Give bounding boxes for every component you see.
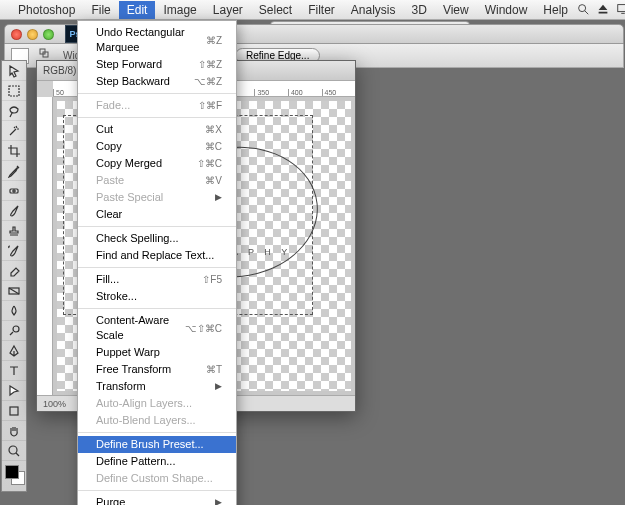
eject-icon[interactable] bbox=[596, 2, 610, 18]
tool-wand[interactable] bbox=[2, 121, 26, 141]
svg-rect-14 bbox=[10, 407, 18, 415]
menu-3d[interactable]: 3D bbox=[404, 1, 435, 19]
menu-item-transform[interactable]: Transform▶ bbox=[78, 378, 236, 395]
menu-filter[interactable]: Filter bbox=[300, 1, 343, 19]
menu-item-fill[interactable]: Fill...⇧F5 bbox=[78, 271, 236, 288]
mac-menubar: Photoshop File Edit Image Layer Select F… bbox=[0, 0, 625, 20]
menu-item-purge[interactable]: Purge▶ bbox=[78, 494, 236, 505]
menu-item-define-brush-preset[interactable]: Define Brush Preset... bbox=[78, 436, 236, 453]
menu-item-step-backward[interactable]: Step Backward⌥⌘Z bbox=[78, 73, 236, 90]
svg-point-15 bbox=[9, 446, 17, 454]
menu-photoshop[interactable]: Photoshop bbox=[10, 1, 83, 19]
menu-item-cut[interactable]: Cut⌘X bbox=[78, 121, 236, 138]
menu-item-copy[interactable]: Copy⌘C bbox=[78, 138, 236, 155]
menu-item-free-transform[interactable]: Free Transform⌘T bbox=[78, 361, 236, 378]
tool-crop[interactable] bbox=[2, 141, 26, 161]
menu-item-define-pattern[interactable]: Define Pattern... bbox=[78, 453, 236, 470]
tool-dodge[interactable] bbox=[2, 321, 26, 341]
tool-history-brush[interactable] bbox=[2, 241, 26, 261]
tool-move[interactable] bbox=[2, 61, 26, 81]
menu-image[interactable]: Image bbox=[155, 1, 204, 19]
menu-edit[interactable]: Edit bbox=[119, 1, 156, 19]
window-zoom-button[interactable] bbox=[43, 29, 54, 40]
window-close-button[interactable] bbox=[11, 29, 22, 40]
tool-hand[interactable] bbox=[2, 421, 26, 441]
svg-line-16 bbox=[16, 453, 19, 456]
svg-line-1 bbox=[585, 10, 589, 14]
tool-pen[interactable] bbox=[2, 341, 26, 361]
display-icon[interactable] bbox=[616, 2, 625, 18]
window-minimize-button[interactable] bbox=[27, 29, 38, 40]
menu-file[interactable]: File bbox=[83, 1, 118, 19]
menu-item-paste: Paste⌘V bbox=[78, 172, 236, 189]
tool-heal[interactable] bbox=[2, 181, 26, 201]
tool-zoom[interactable] bbox=[2, 441, 26, 461]
toolbox bbox=[1, 60, 27, 492]
menu-item-puppet-warp[interactable]: Puppet Warp bbox=[78, 344, 236, 361]
status-tray: 138° bbox=[576, 2, 625, 18]
tool-brush[interactable] bbox=[2, 201, 26, 221]
menu-item-define-custom-shape: Define Custom Shape... bbox=[78, 470, 236, 487]
svg-rect-6 bbox=[9, 86, 19, 96]
tool-eraser[interactable] bbox=[2, 261, 26, 281]
tool-type[interactable] bbox=[2, 361, 26, 381]
menu-item-check-spelling[interactable]: Check Spelling... bbox=[78, 230, 236, 247]
menu-item-undo-rectangular-marquee[interactable]: Undo Rectangular Marquee⌘Z bbox=[78, 24, 236, 56]
tool-blur[interactable] bbox=[2, 301, 26, 321]
tool-gradient[interactable] bbox=[2, 281, 26, 301]
menu-window[interactable]: Window bbox=[477, 1, 536, 19]
menu-analysis[interactable]: Analysis bbox=[343, 1, 404, 19]
tool-marquee[interactable] bbox=[2, 81, 26, 101]
menu-item-fade: Fade...⇧⌘F bbox=[78, 97, 236, 114]
svg-rect-2 bbox=[618, 4, 625, 11]
menu-item-find-and-replace-text[interactable]: Find and Replace Text... bbox=[78, 247, 236, 264]
foreground-color-swatch[interactable] bbox=[5, 465, 19, 479]
color-swatches[interactable] bbox=[2, 463, 26, 491]
edit-menu-dropdown: Undo Rectangular Marquee⌘ZStep Forward⇧⌘… bbox=[77, 20, 237, 505]
menu-layer[interactable]: Layer bbox=[205, 1, 251, 19]
svg-line-13 bbox=[10, 332, 13, 335]
menu-item-content-aware-scale[interactable]: Content-Aware Scale⌥⇧⌘C bbox=[78, 312, 236, 344]
zoom-level[interactable]: 100% bbox=[43, 399, 66, 409]
menu-item-copy-merged[interactable]: Copy Merged⇧⌘C bbox=[78, 155, 236, 172]
tool-stamp[interactable] bbox=[2, 221, 26, 241]
menu-item-stroke[interactable]: Stroke... bbox=[78, 288, 236, 305]
menu-help[interactable]: Help bbox=[535, 1, 576, 19]
menu-view[interactable]: View bbox=[435, 1, 477, 19]
tool-lasso[interactable] bbox=[2, 101, 26, 121]
menu-item-auto-align-layers: Auto-Align Layers... bbox=[78, 395, 236, 412]
menu-item-clear[interactable]: Clear bbox=[78, 206, 236, 223]
menu-item-auto-blend-layers: Auto-Blend Layers... bbox=[78, 412, 236, 429]
svg-line-11 bbox=[9, 288, 19, 294]
tool-path[interactable] bbox=[2, 381, 26, 401]
ruler-vertical[interactable] bbox=[37, 97, 53, 395]
svg-point-0 bbox=[579, 4, 586, 11]
menu-item-paste-special: Paste Special▶ bbox=[78, 189, 236, 206]
menu-item-step-forward[interactable]: Step Forward⇧⌘Z bbox=[78, 56, 236, 73]
tool-eyedropper[interactable] bbox=[2, 161, 26, 181]
menu-select[interactable]: Select bbox=[251, 1, 300, 19]
spotlight-icon[interactable] bbox=[576, 2, 590, 18]
tool-shape[interactable] bbox=[2, 401, 26, 421]
svg-point-12 bbox=[13, 326, 19, 332]
